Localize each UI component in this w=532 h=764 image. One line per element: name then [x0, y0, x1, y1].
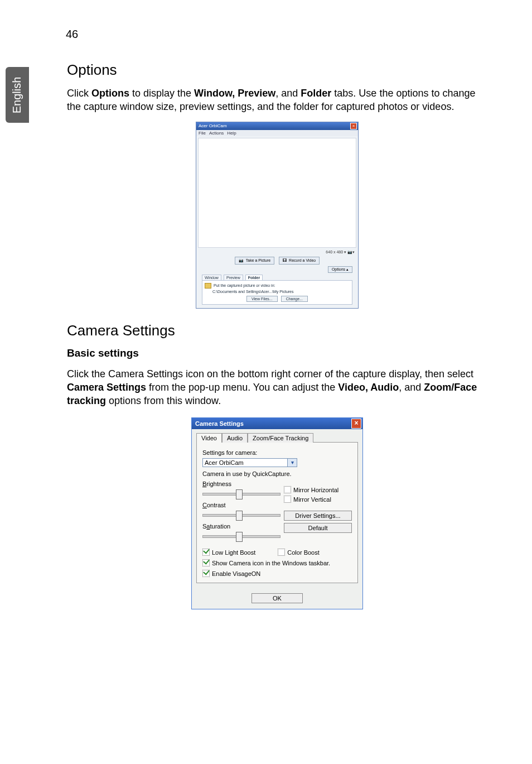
driver-settings-button[interactable]: Driver Settings... [284, 511, 352, 521]
mirror-horizontal-checkbox[interactable]: Mirror Horizontal Mirror Horizontal [284, 486, 352, 493]
options-paragraph: Click Options to display the Window, Pre… [67, 87, 487, 114]
checkbox-icon [202, 570, 210, 577]
orbicam-folder-panel: Put the captured picture or video in: C:… [202, 280, 352, 305]
contrast-label: CContrastontrast [202, 502, 280, 508]
checkbox-icon [284, 486, 291, 493]
checkbox-icon [202, 559, 210, 566]
close-icon[interactable]: × [351, 419, 361, 429]
text: to display the [129, 88, 194, 99]
orbicam-buttons: 📷 Take a Picture 🎞 Record a Video [196, 257, 358, 265]
contrast-slider[interactable] [202, 510, 280, 520]
camera-in-use-label: Camera in use by QuickCapture. [202, 470, 352, 477]
contrast-group: CContrastontrast [202, 502, 280, 520]
orbicam-preview-area [198, 138, 356, 248]
tab-video[interactable]: Video [196, 433, 222, 443]
label: Take a Picture [246, 258, 270, 262]
ok-button[interactable]: OK [252, 593, 303, 603]
menu-file[interactable]: File [199, 131, 206, 136]
chevron-down-icon[interactable]: ▾ [288, 458, 297, 467]
document-page: English 46 Options Click Options to disp… [0, 0, 532, 764]
menu-actions[interactable]: Actions [209, 131, 224, 136]
bold-text: Folder [301, 88, 331, 99]
bold-text: Window, Preview [194, 88, 275, 99]
view-files-button[interactable]: View Files... [246, 296, 278, 302]
saturation-label: SaSaturationturation [202, 523, 280, 530]
low-light-boost-checkbox[interactable]: Low Light Boost Low Light Boost [202, 549, 255, 556]
right-column: Mirror Horizontal Mirror Horizontal Mirr… [284, 486, 352, 541]
cs-footer: OK [192, 588, 362, 609]
tab-folder[interactable]: Folder [245, 275, 263, 280]
sliders-column: BBrightnessrightness CContrastontrast [202, 480, 280, 541]
saturation-slider[interactable] [202, 531, 280, 541]
text: , and [399, 382, 424, 393]
orbicam-statusbar: 640 x 480 ▾ 📷▾ [196, 249, 358, 255]
text: options from this window. [106, 395, 221, 406]
brightness-label: BBrightnessrightness [202, 480, 280, 487]
language-tab: English [6, 67, 29, 123]
settings-for-label: Settings for camera: [202, 449, 352, 456]
cs-titlebar: Camera Settings × [192, 418, 362, 429]
bottom-checkboxes: Low Light Boost Low Light Boost Color Bo… [202, 549, 352, 577]
cs-tabs: Video Audio Zoom/Face Tracking [192, 429, 362, 442]
options-heading: Options [67, 61, 487, 79]
brightness-group: BBrightnessrightness [202, 480, 280, 498]
checkbox-icon [284, 496, 291, 503]
cs-body: Settings for camera: ▾ Camera in use by … [196, 442, 358, 583]
folder-path: C:\Documents and Settings\Acer...\My Pic… [212, 290, 350, 294]
content-column: Options Click Options to display the Win… [67, 61, 487, 609]
camera-select[interactable]: ▾ [202, 458, 297, 467]
color-boost-checkbox[interactable]: Color Boost Color Boost [278, 549, 320, 556]
take-picture-button[interactable]: 📷 Take a Picture [235, 257, 274, 265]
brightness-slider[interactable] [202, 488, 280, 498]
camera-settings-window: Camera Settings × Video Audio Zoom/Face … [191, 417, 363, 609]
label: Record a Video [289, 258, 316, 262]
page-number: 46 [66, 28, 78, 41]
bold-text: Camera Settings [67, 382, 146, 393]
options-toggle-row: Options ▴ [196, 266, 358, 275]
text: Click [67, 88, 91, 99]
orbicam-titlebar: Acer OrbiCam × [196, 122, 358, 130]
camera-select-input[interactable] [202, 458, 288, 467]
checkbox-icon [202, 549, 210, 556]
tab-window[interactable]: Window [202, 275, 221, 280]
bold-text: Video, Audio [338, 382, 399, 393]
text: from the pop-up menu. You can adjust the [146, 382, 338, 393]
cs-title: Camera Settings [195, 420, 244, 427]
change-button[interactable]: Change... [281, 296, 308, 302]
saturation-group: SaSaturationturation [202, 523, 280, 541]
tab-preview[interactable]: Preview [224, 275, 243, 280]
record-video-button[interactable]: 🎞 Record a Video [279, 257, 320, 265]
folder-icon [205, 283, 211, 289]
camera-icon: 📷 [239, 258, 244, 263]
folder-caption: Put the captured picture or video in: [214, 284, 275, 287]
text: , and [275, 88, 301, 99]
folder-panel-buttons: View Files... Change... [205, 296, 350, 302]
folder-caption-row: Put the captured picture or video in: [205, 283, 350, 289]
tab-zoom-face-tracking[interactable]: Zoom/Face Tracking [248, 433, 313, 443]
menu-help[interactable]: Help [227, 131, 236, 136]
orbicam-menubar: File Actions Help [196, 130, 358, 136]
language-tab-label: English [11, 76, 24, 113]
camera-settings-paragraph: Click the Camera Settings icon on the bo… [67, 367, 487, 408]
text: Click the Camera Settings icon on the bo… [67, 368, 473, 379]
enable-visageon-checkbox[interactable]: Enable VisageON Enable VisageON [202, 570, 352, 577]
basic-settings-subheading: Basic settings [67, 347, 487, 359]
show-camera-icon-checkbox[interactable]: Show Camera icon in the Windows taskbar.… [202, 559, 352, 566]
mirror-vertical-checkbox[interactable]: Mirror Vertical Mirror Vertical [284, 496, 352, 503]
options-toggle-button[interactable]: Options ▴ [328, 266, 352, 273]
tab-audio[interactable]: Audio [222, 433, 248, 443]
checkbox-icon [278, 549, 285, 556]
default-button[interactable]: Default [284, 523, 352, 533]
close-icon[interactable]: × [350, 123, 357, 129]
orbicam-title: Acer OrbiCam [199, 123, 227, 128]
sliders-and-right-column: BBrightnessrightness CContrastontrast [202, 480, 352, 541]
camera-settings-heading: Camera Settings [67, 322, 487, 339]
film-icon: 🎞 [283, 258, 287, 262]
orbicam-tabs: Window Preview Folder [196, 275, 358, 280]
orbicam-window: Acer OrbiCam × File Actions Help 640 x 4… [196, 122, 359, 309]
bold-text: Options [91, 88, 129, 99]
